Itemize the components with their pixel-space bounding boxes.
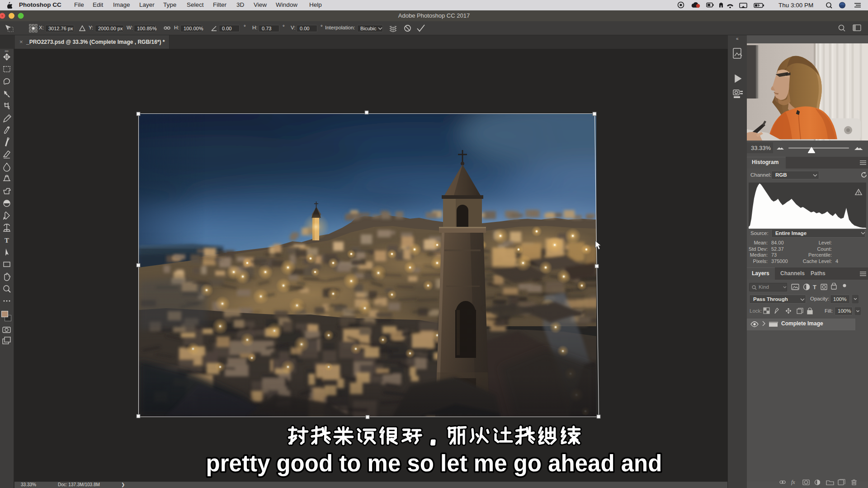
svg-text:T: T	[813, 284, 816, 291]
svg-text:T: T	[5, 237, 9, 244]
svg-text:fx: fx	[791, 479, 795, 485]
svg-text:Thu 3:00 PM: Thu 3:00 PM	[778, 2, 813, 9]
